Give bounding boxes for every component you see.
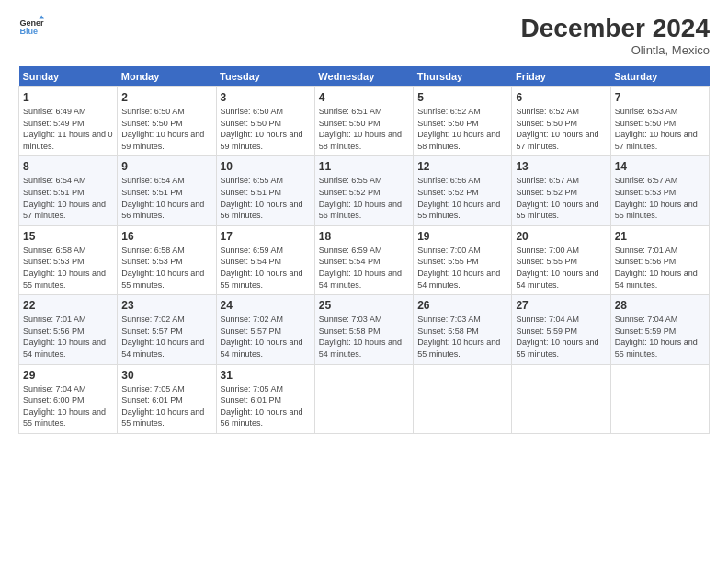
day-info: Sunrise: 7:03 AM Sunset: 5:58 PM Dayligh… xyxy=(319,314,409,360)
calendar-cell: 1Sunrise: 6:49 AM Sunset: 5:49 PM Daylig… xyxy=(19,87,118,156)
page-container: General Blue December 2024 Olintla, Mexi… xyxy=(0,0,728,443)
day-info: Sunrise: 6:57 AM Sunset: 5:52 PM Dayligh… xyxy=(516,175,606,221)
calendar-cell: 17Sunrise: 6:59 AM Sunset: 5:54 PM Dayli… xyxy=(216,225,314,294)
calendar-cell: 13Sunrise: 6:57 AM Sunset: 5:52 PM Dayli… xyxy=(512,156,610,225)
day-number: 22 xyxy=(23,299,113,312)
col-monday: Monday xyxy=(118,66,216,87)
calendar-cell: 9Sunrise: 6:54 AM Sunset: 5:51 PM Daylig… xyxy=(118,156,216,225)
calendar-cell: 19Sunrise: 7:00 AM Sunset: 5:55 PM Dayli… xyxy=(414,225,512,294)
day-info: Sunrise: 6:53 AM Sunset: 5:50 PM Dayligh… xyxy=(615,106,705,152)
day-number: 25 xyxy=(319,299,409,312)
day-number: 3 xyxy=(221,91,311,104)
day-number: 8 xyxy=(23,160,113,173)
calendar-cell: 21Sunrise: 7:01 AM Sunset: 5:56 PM Dayli… xyxy=(610,225,709,294)
logo-icon: General Blue xyxy=(18,14,44,40)
calendar-cell: 20Sunrise: 7:00 AM Sunset: 5:55 PM Dayli… xyxy=(512,225,610,294)
day-number: 11 xyxy=(319,160,409,173)
calendar-week-1: 1Sunrise: 6:49 AM Sunset: 5:49 PM Daylig… xyxy=(19,87,710,156)
day-info: Sunrise: 7:00 AM Sunset: 5:55 PM Dayligh… xyxy=(516,245,606,291)
day-number: 17 xyxy=(221,230,311,243)
day-info: Sunrise: 7:01 AM Sunset: 5:56 PM Dayligh… xyxy=(615,245,705,291)
col-tuesday: Tuesday xyxy=(216,66,314,87)
col-thursday: Thursday xyxy=(414,66,512,87)
day-number: 4 xyxy=(319,91,409,104)
day-number: 5 xyxy=(417,91,507,104)
calendar-cell: 15Sunrise: 6:58 AM Sunset: 5:53 PM Dayli… xyxy=(19,225,118,294)
day-number: 31 xyxy=(221,369,311,382)
calendar-cell: 5Sunrise: 6:52 AM Sunset: 5:50 PM Daylig… xyxy=(414,87,512,156)
col-saturday: Saturday xyxy=(610,66,709,87)
calendar-cell: 12Sunrise: 6:56 AM Sunset: 5:52 PM Dayli… xyxy=(414,156,512,225)
day-info: Sunrise: 6:55 AM Sunset: 5:51 PM Dayligh… xyxy=(221,175,311,221)
calendar-cell xyxy=(512,364,610,433)
calendar-cell: 18Sunrise: 6:59 AM Sunset: 5:54 PM Dayli… xyxy=(314,225,413,294)
day-number: 9 xyxy=(121,160,211,173)
day-info: Sunrise: 7:00 AM Sunset: 5:55 PM Dayligh… xyxy=(417,245,507,291)
day-info: Sunrise: 7:04 AM Sunset: 5:59 PM Dayligh… xyxy=(615,314,705,360)
page-header: General Blue December 2024 Olintla, Mexi… xyxy=(18,14,710,57)
day-info: Sunrise: 7:02 AM Sunset: 5:57 PM Dayligh… xyxy=(121,314,211,360)
day-number: 23 xyxy=(121,299,211,312)
day-info: Sunrise: 6:49 AM Sunset: 5:49 PM Dayligh… xyxy=(23,106,113,152)
calendar-cell xyxy=(610,364,709,433)
day-info: Sunrise: 6:50 AM Sunset: 5:50 PM Dayligh… xyxy=(221,106,311,152)
calendar-cell: 22Sunrise: 7:01 AM Sunset: 5:56 PM Dayli… xyxy=(19,295,118,364)
day-info: Sunrise: 6:59 AM Sunset: 5:54 PM Dayligh… xyxy=(319,245,409,291)
header-row: Sunday Monday Tuesday Wednesday Thursday… xyxy=(19,66,710,87)
day-number: 30 xyxy=(121,369,211,382)
day-number: 6 xyxy=(516,91,606,104)
day-number: 29 xyxy=(23,369,113,382)
day-info: Sunrise: 6:58 AM Sunset: 5:53 PM Dayligh… xyxy=(121,245,211,291)
calendar-cell: 26Sunrise: 7:03 AM Sunset: 5:58 PM Dayli… xyxy=(414,295,512,364)
calendar-cell: 6Sunrise: 6:52 AM Sunset: 5:50 PM Daylig… xyxy=(512,87,610,156)
col-friday: Friday xyxy=(512,66,610,87)
day-info: Sunrise: 6:55 AM Sunset: 5:52 PM Dayligh… xyxy=(319,175,409,221)
calendar-table: Sunday Monday Tuesday Wednesday Thursday… xyxy=(18,66,710,434)
day-info: Sunrise: 6:59 AM Sunset: 5:54 PM Dayligh… xyxy=(221,245,311,291)
calendar-week-2: 8Sunrise: 6:54 AM Sunset: 5:51 PM Daylig… xyxy=(19,156,710,225)
day-info: Sunrise: 7:05 AM Sunset: 6:01 PM Dayligh… xyxy=(221,384,311,430)
month-title: December 2024 xyxy=(521,14,710,43)
calendar-cell: 30Sunrise: 7:05 AM Sunset: 6:01 PM Dayli… xyxy=(118,364,216,433)
calendar-cell: 3Sunrise: 6:50 AM Sunset: 5:50 PM Daylig… xyxy=(216,87,314,156)
svg-marker-2 xyxy=(39,15,44,18)
day-info: Sunrise: 7:05 AM Sunset: 6:01 PM Dayligh… xyxy=(121,384,211,430)
day-number: 24 xyxy=(221,299,311,312)
calendar-cell: 8Sunrise: 6:54 AM Sunset: 5:51 PM Daylig… xyxy=(19,156,118,225)
calendar-cell: 4Sunrise: 6:51 AM Sunset: 5:50 PM Daylig… xyxy=(314,87,413,156)
svg-text:Blue: Blue xyxy=(19,27,38,36)
calendar-cell: 23Sunrise: 7:02 AM Sunset: 5:57 PM Dayli… xyxy=(118,295,216,364)
calendar-week-3: 15Sunrise: 6:58 AM Sunset: 5:53 PM Dayli… xyxy=(19,225,710,294)
day-info: Sunrise: 6:56 AM Sunset: 5:52 PM Dayligh… xyxy=(417,175,507,221)
calendar-cell: 10Sunrise: 6:55 AM Sunset: 5:51 PM Dayli… xyxy=(216,156,314,225)
day-info: Sunrise: 6:57 AM Sunset: 5:53 PM Dayligh… xyxy=(615,175,705,221)
calendar-week-4: 22Sunrise: 7:01 AM Sunset: 5:56 PM Dayli… xyxy=(19,295,710,364)
day-info: Sunrise: 6:52 AM Sunset: 5:50 PM Dayligh… xyxy=(516,106,606,152)
calendar-cell: 31Sunrise: 7:05 AM Sunset: 6:01 PM Dayli… xyxy=(216,364,314,433)
day-info: Sunrise: 6:54 AM Sunset: 5:51 PM Dayligh… xyxy=(121,175,211,221)
col-sunday: Sunday xyxy=(19,66,118,87)
calendar-cell: 27Sunrise: 7:04 AM Sunset: 5:59 PM Dayli… xyxy=(512,295,610,364)
day-number: 14 xyxy=(615,160,705,173)
svg-text:General: General xyxy=(19,18,44,28)
day-number: 27 xyxy=(516,299,606,312)
day-number: 16 xyxy=(121,230,211,243)
day-info: Sunrise: 6:52 AM Sunset: 5:50 PM Dayligh… xyxy=(417,106,507,152)
day-number: 2 xyxy=(121,91,211,104)
day-info: Sunrise: 7:02 AM Sunset: 5:57 PM Dayligh… xyxy=(221,314,311,360)
calendar-cell: 24Sunrise: 7:02 AM Sunset: 5:57 PM Dayli… xyxy=(216,295,314,364)
calendar-cell: 29Sunrise: 7:04 AM Sunset: 6:00 PM Dayli… xyxy=(19,364,118,433)
day-number: 12 xyxy=(417,160,507,173)
calendar-cell: 11Sunrise: 6:55 AM Sunset: 5:52 PM Dayli… xyxy=(314,156,413,225)
day-info: Sunrise: 7:03 AM Sunset: 5:58 PM Dayligh… xyxy=(417,314,507,360)
logo: General Blue xyxy=(18,14,44,40)
day-number: 28 xyxy=(615,299,705,312)
day-number: 20 xyxy=(516,230,606,243)
calendar-cell: 14Sunrise: 6:57 AM Sunset: 5:53 PM Dayli… xyxy=(610,156,709,225)
day-info: Sunrise: 6:51 AM Sunset: 5:50 PM Dayligh… xyxy=(319,106,409,152)
day-number: 21 xyxy=(615,230,705,243)
day-info: Sunrise: 6:58 AM Sunset: 5:53 PM Dayligh… xyxy=(23,245,113,291)
day-number: 26 xyxy=(417,299,507,312)
calendar-cell: 2Sunrise: 6:50 AM Sunset: 5:50 PM Daylig… xyxy=(118,87,216,156)
day-info: Sunrise: 7:01 AM Sunset: 5:56 PM Dayligh… xyxy=(23,314,113,360)
